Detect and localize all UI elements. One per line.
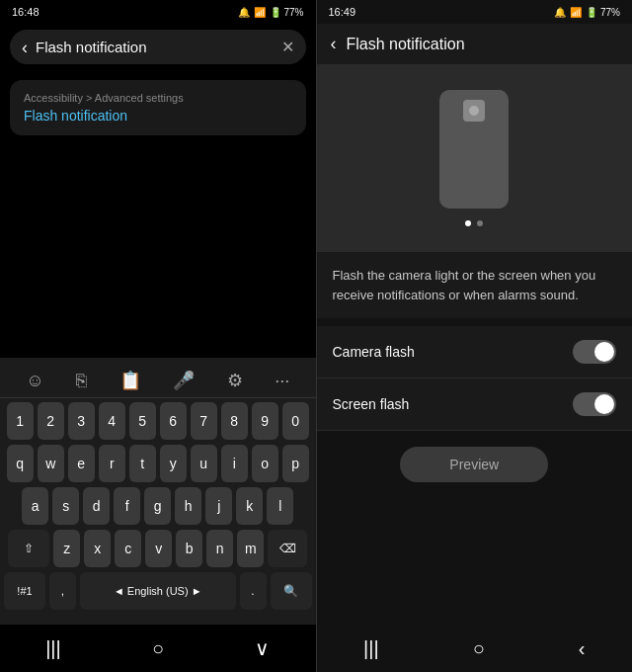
key-p[interactable]: p — [282, 445, 309, 482]
key-0[interactable]: 0 — [282, 402, 309, 440]
key-y[interactable]: y — [160, 445, 187, 482]
left-panel: 16:48 🔔 📶 🔋 77% ‹ ✕ Accessibility > Adva… — [0, 0, 316, 672]
key-e[interactable]: e — [68, 445, 95, 482]
backspace-key[interactable]: ⌫ — [268, 530, 307, 567]
key-c[interactable]: c — [115, 530, 141, 567]
bottom-nav-left: ||| ○ ∨ — [0, 625, 316, 672]
phone-illustration — [439, 90, 509, 209]
key-6[interactable]: 6 — [160, 402, 187, 440]
spacebar-key[interactable]: ◄ English (US) ► — [80, 572, 236, 610]
key-j[interactable]: j — [205, 487, 232, 525]
clear-button[interactable]: ✕ — [281, 38, 294, 56]
z-row: ⇧ z x c v b n m ⌫ — [4, 530, 312, 567]
q-row: q w e r t y u i o p — [4, 445, 312, 482]
page-title: Flash notification — [347, 36, 465, 53]
bottom-nav-right: ||| ○ ‹ — [317, 626, 633, 672]
mic-icon[interactable]: 🎤 — [173, 370, 195, 391]
key-x[interactable]: x — [84, 530, 111, 567]
nav-back-right[interactable]: ‹ — [559, 633, 605, 664]
period-key[interactable]: . — [240, 572, 267, 610]
preview-button[interactable]: Preview — [400, 447, 548, 482]
pagination-dots — [465, 220, 483, 226]
bottom-row: !#1 , ◄ English (US) ► . 🔍 — [4, 572, 312, 610]
status-bar-right: 16:49 🔔 📶 🔋 77% — [317, 0, 633, 24]
key-h[interactable]: h — [175, 487, 201, 525]
keyboard: ☺ ⎘ 📋 🎤 ⚙ ··· 1 2 3 4 5 6 7 8 9 0 q — [0, 358, 316, 625]
key-9[interactable]: 9 — [252, 402, 278, 440]
dot-2 — [477, 220, 483, 226]
status-bar-left: 16:48 🔔 📶 🔋 77% — [0, 0, 316, 24]
key-3[interactable]: 3 — [68, 402, 95, 440]
status-icons-right: 🔔 📶 🔋 77% — [554, 7, 620, 18]
key-m[interactable]: m — [237, 530, 264, 567]
signal-icon-right: 📶 — [570, 7, 582, 18]
key-f[interactable]: f — [114, 487, 140, 525]
number-row: 1 2 3 4 5 6 7 8 9 0 — [4, 402, 312, 440]
result-breadcrumb: Accessibility > Advanced settings — [24, 92, 292, 104]
dot-1 — [465, 220, 471, 226]
key-l[interactable]: l — [267, 487, 293, 525]
time-right: 16:49 — [329, 6, 356, 18]
key-t[interactable]: t — [129, 445, 156, 482]
key-z[interactable]: z — [53, 530, 80, 567]
key-1[interactable]: 1 — [7, 402, 34, 440]
key-7[interactable]: 7 — [191, 402, 217, 440]
status-icons-left: 🔔 📶 🔋 77% — [238, 7, 304, 18]
key-i[interactable]: i — [221, 445, 248, 482]
keyboard-toolbar: ☺ ⎘ 📋 🎤 ⚙ ··· — [0, 364, 316, 398]
key-8[interactable]: 8 — [221, 402, 248, 440]
key-u[interactable]: u — [191, 445, 217, 482]
key-o[interactable]: o — [252, 445, 278, 482]
nav-back-left[interactable]: ∨ — [235, 632, 289, 664]
key-2[interactable]: 2 — [38, 402, 64, 440]
key-k[interactable]: k — [236, 487, 263, 525]
key-r[interactable]: r — [99, 445, 125, 482]
a-row: a s d f g h j k l — [4, 487, 312, 525]
right-panel: 16:49 🔔 📶 🔋 77% ‹ Flash notification Fla… — [317, 0, 633, 672]
nav-menu-right[interactable]: ||| — [344, 633, 399, 664]
camera-icon — [463, 100, 485, 122]
settings-list: Camera flash Screen flash — [317, 326, 633, 431]
back-button-right[interactable]: ‹ — [331, 34, 337, 54]
key-b[interactable]: b — [176, 530, 202, 567]
camera-flash-toggle[interactable] — [573, 340, 616, 364]
key-q[interactable]: q — [7, 445, 34, 482]
keyboard-rows: 1 2 3 4 5 6 7 8 9 0 q w e r t y u i — [0, 398, 316, 619]
right-header: ‹ Flash notification — [317, 24, 633, 64]
key-g[interactable]: g — [144, 487, 171, 525]
nav-home-right[interactable]: ○ — [453, 633, 505, 664]
notification-icon-right: 🔔 — [554, 7, 566, 18]
shift-key[interactable]: ⇧ — [8, 530, 49, 567]
search-back-button[interactable]: ‹ — [22, 39, 28, 56]
description-text: Flash the camera light or the screen whe… — [333, 266, 617, 304]
battery-icon: 🔋 77% — [270, 7, 304, 18]
search-result-card[interactable]: Accessibility > Advanced settings Flash … — [10, 80, 306, 135]
screen-flash-label: Screen flash — [333, 396, 410, 412]
battery-icon-right: 🔋 77% — [586, 7, 620, 18]
phone-preview-area — [317, 64, 633, 252]
special-key[interactable]: !#1 — [4, 572, 45, 610]
key-v[interactable]: v — [145, 530, 172, 567]
key-4[interactable]: 4 — [99, 402, 125, 440]
key-a[interactable]: a — [22, 487, 48, 525]
key-d[interactable]: d — [83, 487, 110, 525]
nav-menu-left[interactable]: ||| — [26, 633, 81, 664]
key-s[interactable]: s — [52, 487, 79, 525]
search-input[interactable] — [36, 39, 274, 55]
nav-home-left[interactable]: ○ — [132, 633, 184, 664]
camera-flash-setting: Camera flash — [317, 326, 633, 378]
clipboard-icon[interactable]: ⎘ — [76, 371, 87, 391]
key-w[interactable]: w — [38, 445, 64, 482]
more-icon[interactable]: ··· — [275, 371, 289, 391]
camera-flash-label: Camera flash — [333, 344, 415, 360]
screen-flash-toggle[interactable] — [573, 392, 616, 416]
comma-key[interactable]: , — [49, 572, 76, 610]
key-5[interactable]: 5 — [129, 402, 156, 440]
key-n[interactable]: n — [206, 530, 233, 567]
note-icon[interactable]: 📋 — [119, 370, 141, 391]
search-bar: ‹ ✕ — [10, 30, 306, 64]
emoji-icon[interactable]: ☺ — [26, 371, 43, 391]
settings-icon[interactable]: ⚙ — [227, 370, 243, 391]
search-key[interactable]: 🔍 — [271, 572, 312, 610]
preview-btn-container: Preview — [317, 431, 633, 498]
